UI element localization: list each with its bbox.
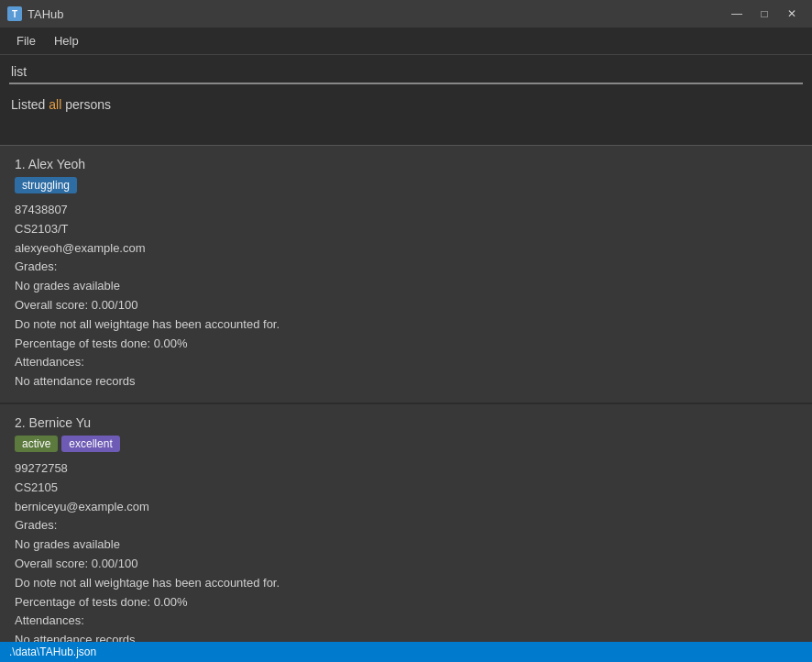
title-bar: T TAHub — □ ✕: [0, 0, 812, 28]
badge-active-2: active: [15, 436, 58, 452]
person-detail-1: 87438807 CS2103/T alexyeoh@example.com G…: [15, 201, 797, 392]
person-badges-2: active excellent: [15, 436, 797, 452]
person-name-2: 2. Bernice Yu: [15, 415, 797, 430]
person-email-2: berniceyu@example.com: [15, 498, 797, 517]
person-grades-value-1: No grades available: [15, 277, 797, 296]
badge-struggling-1: struggling: [15, 177, 77, 193]
command-input[interactable]: [9, 61, 803, 84]
person-phone-1: 87438807: [15, 201, 797, 220]
menu-help[interactable]: Help: [45, 30, 88, 51]
output-header-text: Listed all persons: [11, 97, 111, 112]
person-tests-pct-2: Percentage of tests done: 0.00%: [15, 593, 797, 612]
menu-file[interactable]: File: [7, 30, 45, 51]
person-phone-2: 99272758: [15, 459, 797, 479]
person-badges-1: struggling: [15, 177, 797, 193]
close-button[interactable]: ✕: [779, 4, 805, 24]
person-module-2: CS2105: [15, 479, 797, 498]
output-prefix: Listed: [11, 97, 49, 112]
person-weightage-note-1: Do note not all weightage has been accou…: [15, 315, 797, 335]
persons-list[interactable]: 1. Alex Yeoh struggling 87438807 CS2103/…: [0, 146, 812, 642]
status-bar: .\data\TAHub.json: [0, 642, 812, 662]
person-attendances-label-2: Attendances:: [15, 612, 797, 631]
output-highlight: all: [49, 97, 61, 112]
badge-excellent-2: excellent: [61, 436, 119, 452]
person-card-1: 1. Alex Yeoh struggling 87438807 CS2103/…: [0, 146, 812, 404]
title-bar-controls: — □ ✕: [724, 4, 805, 24]
window-title: TAHub: [27, 7, 64, 21]
person-name-1: 1. Alex Yeoh: [15, 157, 797, 171]
minimize-button[interactable]: —: [724, 4, 750, 24]
app-icon: T: [7, 6, 22, 21]
person-grades-label-1: Grades:: [15, 258, 797, 277]
output-header: Listed all persons: [0, 90, 812, 145]
person-overall-score-2: Overall score: 0.00/100: [15, 555, 797, 574]
input-area: [0, 55, 812, 90]
title-bar-left: T TAHub: [7, 6, 64, 21]
output-suffix: persons: [61, 97, 111, 112]
person-email-1: alexyeoh@example.com: [15, 239, 797, 259]
person-grades-value-2: No grades available: [15, 535, 797, 555]
person-detail-2: 99272758 CS2105 berniceyu@example.com Gr…: [15, 459, 797, 642]
status-text: .\data\TAHub.json: [9, 645, 96, 658]
maximize-button[interactable]: □: [752, 4, 777, 24]
person-attendances-value-2: No attendance records: [15, 631, 797, 642]
person-overall-score-1: Overall score: 0.00/100: [15, 296, 797, 315]
person-attendances-value-1: No attendance records: [15, 372, 797, 392]
menu-bar: File Help: [0, 28, 812, 55]
person-card-2: 2. Bernice Yu active excellent 99272758 …: [0, 404, 812, 642]
person-tests-pct-1: Percentage of tests done: 0.00%: [15, 335, 797, 354]
person-grades-label-2: Grades:: [15, 516, 797, 535]
person-module-1: CS2103/T: [15, 220, 797, 239]
person-weightage-note-2: Do note not all weightage has been accou…: [15, 574, 797, 593]
person-attendances-label-1: Attendances:: [15, 353, 797, 372]
